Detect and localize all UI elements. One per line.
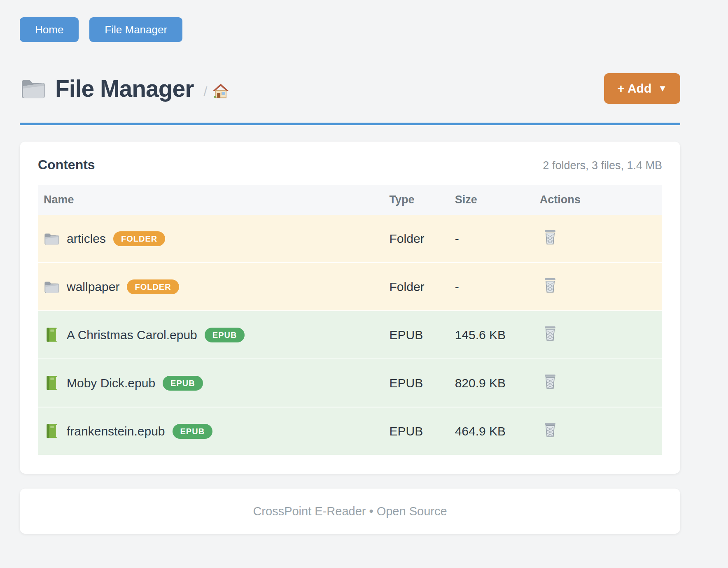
table-row: Moby Dick.epub EPUB EPUB 820.9 KB [38,359,662,407]
contents-card: Contents 2 folders, 3 files, 1.4 MB Name… [20,142,680,474]
file-type: EPUB [390,311,455,359]
file-size: 820.9 KB [455,359,540,407]
page-header: File Manager / + Add ▼ [20,73,680,104]
folder-icon [20,77,46,100]
book-icon [44,327,59,343]
book-icon [44,424,59,439]
contents-heading: Contents [38,157,95,172]
footer-text: CrossPoint E-Reader • Open Source [253,505,447,518]
column-header-size: Size [455,185,540,215]
column-header-actions: Actions [540,185,662,215]
contents-card-header: Contents 2 folders, 3 files, 1.4 MB [38,157,662,172]
title-divider [20,123,680,125]
breadcrumb-separator: / [203,84,207,99]
file-type: Folder [390,215,455,263]
file-name[interactable]: A Christmas Carol.epub [67,328,197,342]
home-button[interactable]: Home [20,17,79,42]
home-icon[interactable] [212,82,229,99]
page: Home File Manager File Manager / + Add ▼… [20,0,680,534]
page-title: File Manager [55,75,194,102]
add-button[interactable]: + Add ▼ [604,73,680,104]
file-size: - [455,263,540,311]
footer-card: CrossPoint E-Reader • Open Source [20,489,680,534]
delete-button[interactable] [543,229,557,245]
trash-icon [543,421,557,438]
file-name[interactable]: wallpaper [67,280,119,294]
file-type: Folder [390,263,455,311]
folder-badge: FOLDER [127,279,179,294]
file-name[interactable]: Moby Dick.epub [67,376,155,390]
file-manager-button[interactable]: File Manager [89,17,182,42]
file-size: 145.6 KB [455,311,540,359]
file-name[interactable]: articles [67,232,106,246]
top-nav: Home File Manager [20,17,680,42]
delete-button[interactable] [543,421,557,438]
table-row: articles FOLDER Folder - [38,215,662,263]
title-group: File Manager / [20,75,229,102]
column-header-type: Type [390,185,455,215]
table-row: frankenstein.epub EPUB EPUB 464.9 KB [38,407,662,455]
trash-icon [543,373,557,390]
column-header-name: Name [38,185,390,215]
table-header-row: Name Type Size Actions [38,185,662,215]
file-type: EPUB [390,359,455,407]
table-row: wallpaper FOLDER Folder - [38,263,662,311]
table-row: A Christmas Carol.epub EPUB EPUB 145.6 K… [38,311,662,359]
add-button-label: + Add [617,82,651,95]
delete-button[interactable] [543,373,557,390]
trash-icon [543,229,557,245]
contents-summary: 2 folders, 3 files, 1.4 MB [543,159,662,172]
epub-badge: EPUB [163,376,203,391]
folder-icon [44,231,59,247]
delete-button[interactable] [543,277,557,293]
file-size: 464.9 KB [455,407,540,455]
epub-badge: EPUB [173,424,213,439]
folder-icon [44,279,59,295]
epub-badge: EPUB [205,328,245,342]
folder-badge: FOLDER [113,231,165,246]
delete-button[interactable] [543,325,557,342]
file-size: - [455,215,540,263]
file-table: Name Type Size Actions articles FOLDER F… [38,185,662,455]
caret-down-icon: ▼ [658,84,667,93]
trash-icon [543,277,557,293]
book-icon [44,375,59,391]
trash-icon [543,325,557,342]
file-name[interactable]: frankenstein.epub [67,424,165,438]
file-type: EPUB [390,407,455,455]
